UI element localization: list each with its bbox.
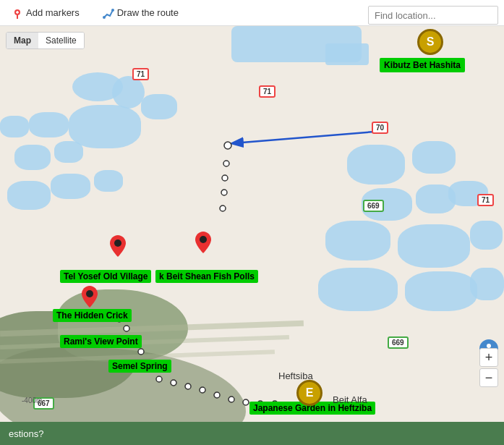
ramis-view-label: Rami's View Point [60, 335, 142, 348]
lake-left-1 [14, 145, 51, 170]
zoom-in-button[interactable]: + [479, 348, 498, 367]
kibutz-label: Kibutz Bet Hashita [380, 58, 465, 72]
lake-ul-2 [0, 116, 29, 137]
lake-mid-left-3 [69, 105, 141, 148]
svg-point-29 [86, 290, 93, 297]
tel-yosef-marker[interactable] [110, 235, 126, 257]
lake-right-9 [318, 268, 398, 311]
route-icon [103, 7, 114, 19]
lake-left-4 [51, 174, 90, 199]
map-tab[interactable]: Map [7, 33, 38, 48]
bottom-strip: estions? [0, 422, 504, 445]
beit-shean-marker[interactable] [195, 232, 211, 253]
zoom-out-button[interactable]: − [479, 368, 498, 387]
lake-left-2 [54, 141, 83, 163]
lake-right-6 [325, 221, 390, 260]
road-badge-669-2: 669 [388, 336, 409, 349]
beit-alfa-label: Beit Alfa [333, 394, 367, 405]
add-markers-label: Add markers [26, 7, 80, 18]
svg-point-27 [114, 240, 121, 247]
elevation-label: -400m [22, 397, 42, 404]
lake-right-2 [412, 141, 456, 174]
search-box [368, 6, 498, 25]
lake-right-8 [470, 221, 503, 250]
zoom-controls: + − [479, 348, 498, 387]
svg-point-4 [103, 16, 106, 19]
road-badge-70: 70 [372, 122, 388, 134]
lake-ul-1 [29, 112, 69, 137]
tel-yosef-label: Tel Yosef Old Village [60, 270, 151, 283]
satellite-tab[interactable]: Satellite [38, 33, 84, 48]
draw-route-label: Draw the route [117, 7, 179, 18]
add-markers-button[interactable]: Add markers [6, 4, 85, 22]
end-marker[interactable]: E [296, 380, 323, 406]
lake-right-1 [347, 145, 405, 185]
lake-left-3 [7, 181, 51, 210]
beit-shean-label: k Beit Shean Fish Polls [155, 270, 258, 283]
hidden-crick-label: The Hidden Crick [53, 309, 132, 322]
road-badge-669-1: 669 [363, 200, 384, 212]
bottom-text: estions? [9, 428, 43, 439]
lake-right-7 [398, 224, 470, 268]
hidden-crick-marker[interactable] [82, 286, 98, 308]
road-badge-71-1: 71 [132, 68, 149, 80]
lake-small-1 [325, 43, 369, 65]
draw-route-button[interactable]: Draw the route [97, 4, 184, 22]
lake-right-10 [405, 271, 477, 311]
svg-point-28 [200, 236, 207, 243]
road-badge-71-2: 71 [259, 85, 276, 98]
search-input[interactable] [368, 6, 498, 25]
start-marker[interactable]: S [417, 29, 443, 55]
map-container: Add markers Draw the route Map Satellite [0, 0, 504, 445]
svg-point-5 [111, 9, 114, 12]
lake-right-11 [470, 268, 504, 300]
semel-spring-label: Semel Spring [108, 360, 171, 373]
lake-left-5 [94, 170, 123, 192]
lake-mid-4 [141, 94, 177, 119]
lake-mid-left-2 [112, 76, 145, 109]
pin-icon [12, 7, 23, 19]
map-satellite-toggle: Map Satellite [6, 32, 85, 49]
road-badge-71-3: 71 [477, 194, 494, 206]
